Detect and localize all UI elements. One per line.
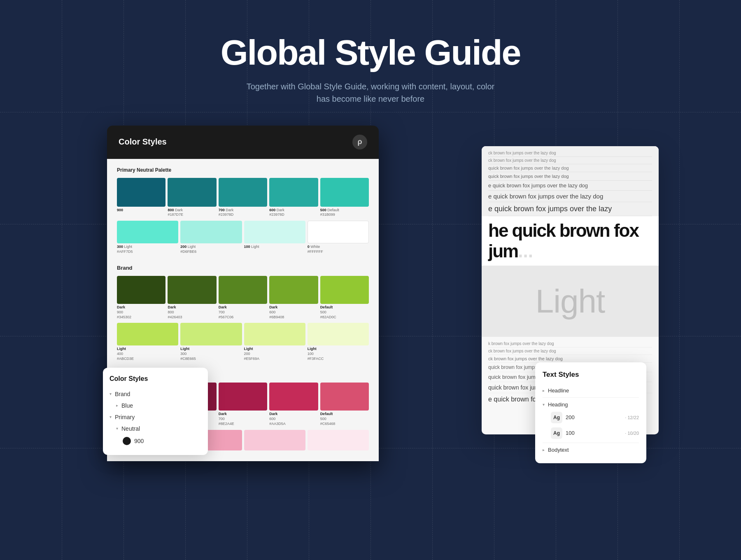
ag-200-badge: Ag: [551, 412, 562, 423]
swatch-brand-400: Light400#ABCD3E: [117, 323, 178, 361]
primary-neutral-label: Primary Neutral Palette: [117, 167, 369, 173]
swatch-neutral-600: 600 Dark#23978D: [269, 178, 318, 217]
swatch-neutral-300: 300 Light#AFF7D5: [117, 221, 178, 254]
text-line-4: quick brown fox jumps over the lazy dog: [488, 172, 652, 181]
bodytext-label: Bodytext: [548, 447, 639, 453]
swatch-error-200: [244, 430, 305, 450]
swatch-neutral-800: 800 Dark#187D7E: [168, 178, 216, 217]
sidebar-brand-item[interactable]: ▾ Brand: [110, 388, 201, 400]
text-line-5: e quick brown fox jumps over the lazy do…: [488, 181, 652, 191]
neutral-dark-row: 900 800 Dark#187D7E 700 Dark#23978D 600 …: [117, 178, 369, 217]
swatch-error-100: [308, 430, 369, 450]
text-style-ag-100[interactable]: Ag 100 · 10/20: [551, 425, 639, 441]
swatch-error-700: Dark700#8E2A4E: [219, 383, 267, 426]
text-line-7: e quick brown fox jumps over the lazy: [488, 202, 652, 216]
primary-neutral-section: Primary Neutral Palette 900 800 Dark#187…: [107, 159, 379, 265]
text-line-1: ck brown fox jumps over the lazy dog: [488, 149, 652, 157]
swatch-error-500: Default500#C65468: [320, 383, 369, 426]
sidebar-900-item[interactable]: 900: [123, 434, 201, 448]
blue-chevron-icon: ▸: [116, 403, 118, 408]
headline-chevron-icon: ▸: [543, 388, 545, 393]
text-line-9: ck brown fox jumps over the lazy dog: [488, 348, 652, 355]
ag-200-size: 200: [566, 414, 625, 420]
text-style-ag-200[interactable]: Ag 200 · 12/22: [551, 410, 639, 425]
light-label-area: Light: [482, 266, 659, 337]
brand-light-row: Light400#ABCD3E Light300#C8E665 Light200…: [117, 323, 369, 361]
swatch-neutral-100: 100 Light: [244, 221, 305, 254]
hero-section: Global Style Guide Together with Global …: [0, 0, 741, 105]
sidebar-brand-label: Brand: [115, 391, 130, 397]
text-line-8: k brown fox jumps over the lazy dog: [488, 340, 652, 348]
brand-dark-row: Dark900#345302 Dark800#426403 Dark700#56…: [117, 276, 369, 320]
swatch-neutral-0: 0 White#FFFFFF: [308, 221, 369, 254]
swatch-brand-900: Dark900#345302: [117, 276, 165, 320]
swatch-brand-default: Default500#82AD0C: [320, 276, 369, 320]
sidebar-900-label: 900: [134, 438, 144, 444]
hero-subtitle: Together with Global Style Guide, workin…: [0, 80, 741, 105]
swatch-neutral-700: 700 Dark#23978D: [219, 178, 267, 217]
floating-text-styles: Text Styles ▸ Headline ▾ Heading Ag 200 …: [535, 362, 646, 463]
ag-100-scale: · 10/20: [625, 431, 639, 436]
primary-chevron-icon: ▾: [110, 415, 112, 419]
text-line-3: quick brown fox jumps over the lazy dog: [488, 164, 652, 172]
swatch-error-600: Dark600#AA3D5A: [269, 383, 318, 426]
brand-chevron-icon: ▾: [110, 392, 112, 396]
heading-label: Heading: [548, 401, 639, 408]
ag-100-size: 100: [566, 430, 625, 436]
ag-200-scale: · 12/22: [625, 415, 639, 420]
floating-color-sidebar: Color Styles ▾ Brand ▸ Blue ▾ Primary ▾ …: [103, 368, 208, 455]
panel-p-icon[interactable]: ρ: [352, 135, 367, 149]
swatch-neutral-900: 900: [117, 178, 165, 217]
color-sidebar-title: Color Styles: [110, 375, 201, 383]
heading-chevron-icon: ▾: [543, 402, 545, 407]
brand-label: Brand: [117, 265, 369, 271]
swatch-brand-800: Dark800#426403: [168, 276, 216, 320]
sidebar-neutral-item[interactable]: ▾ Neutral: [116, 423, 201, 434]
neutral-chevron-icon: ▾: [116, 426, 118, 431]
ag-100-badge: Ag: [551, 427, 562, 439]
swatch-brand-100: Light100#F3FACC: [308, 323, 369, 361]
neutral-light-row: 300 Light#AFF7D5 200 Light#D6FBE6 100 Li…: [117, 221, 369, 254]
dark-panel-header: Color Styles ρ: [107, 126, 379, 159]
brand-section: Brand Dark900#345302 Dark800#426403 Dark…: [107, 265, 379, 372]
text-line-2: ck brown fox jumps over the lazy dog: [488, 157, 652, 164]
dark-panel-title: Color Styles: [119, 137, 167, 147]
sidebar-neutral-label: Neutral: [121, 425, 140, 432]
text-style-heading[interactable]: ▾ Heading: [543, 399, 639, 410]
text-large-heading: he quick brown fox jum...: [482, 216, 659, 266]
bodytext-chevron-icon: ▸: [543, 448, 545, 452]
swatch-brand-700: Dark700#567C06: [219, 276, 267, 320]
page-title: Global Style Guide: [0, 33, 741, 72]
text-line-6: e quick brown fox jumps over the lazy do…: [488, 191, 652, 202]
swatch-neutral-200: 200 Light#D6FBE6: [180, 221, 242, 254]
text-line-10: ck brown fox jumps over the lazy dog: [488, 355, 652, 363]
sidebar-blue-label: Blue: [121, 402, 133, 409]
neutral-900-dot: [123, 437, 131, 445]
text-styles-panel-title: Text Styles: [543, 371, 639, 379]
text-style-headline[interactable]: ▸ Headline: [543, 385, 639, 396]
sidebar-primary-label: Primary: [115, 414, 135, 420]
headline-label: Headline: [548, 387, 639, 394]
panels-container: Color Styles ρ Primary Neutral Palette 9…: [82, 126, 659, 496]
sidebar-blue-item[interactable]: ▸ Blue: [116, 400, 201, 411]
swatch-brand-600: Dark600#6B9408: [269, 276, 318, 320]
sidebar-primary-item[interactable]: ▾ Primary: [110, 411, 201, 423]
swatch-neutral-500: 500 Default#31B099: [320, 178, 369, 217]
swatch-brand-200: Light200#E5F69A: [244, 323, 305, 361]
swatch-brand-300: Light300#C8E665: [180, 323, 242, 361]
text-style-bodytext[interactable]: ▸ Bodytext: [543, 445, 639, 455]
